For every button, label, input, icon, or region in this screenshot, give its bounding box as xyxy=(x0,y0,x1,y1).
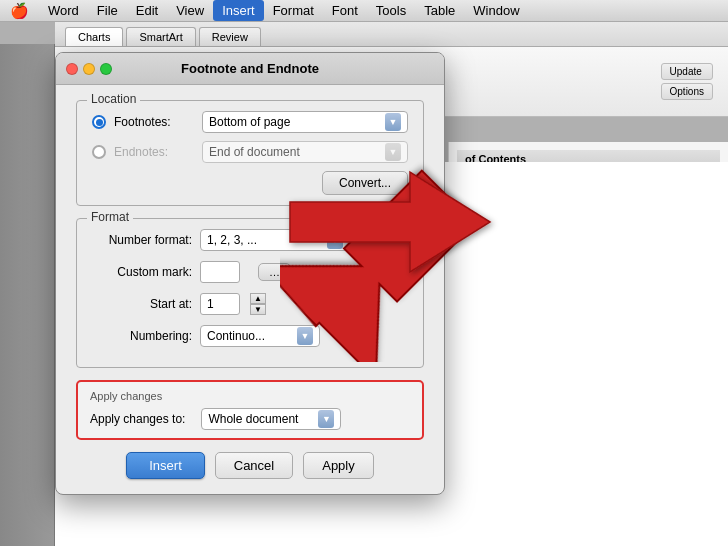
options-button[interactable]: Options xyxy=(661,83,713,100)
menu-tools[interactable]: Tools xyxy=(367,0,415,21)
dialog-title: Footnote and Endnote xyxy=(181,61,319,76)
footnotes-arrow-icon: ▼ xyxy=(385,113,401,131)
tab-smartart[interactable]: SmartArt xyxy=(126,27,195,46)
footnotes-select[interactable]: Bottom of page ▼ xyxy=(202,111,408,133)
menu-insert[interactable]: Insert xyxy=(213,0,264,21)
number-format-row: Number format: 1, 2, 3, ... ▼ xyxy=(92,229,408,251)
number-format-arrow-icon: ▼ xyxy=(327,231,343,249)
footnotes-select-value: Bottom of page xyxy=(209,115,290,129)
tab-charts[interactable]: Charts xyxy=(65,27,123,46)
numbering-arrow-icon: ▼ xyxy=(297,327,313,345)
update-button[interactable]: Update xyxy=(661,63,713,80)
numbering-row: Numbering: Continuo... ▼ xyxy=(92,325,408,347)
document-background: Charts SmartArt Review 124% Update Optio… xyxy=(0,22,728,546)
format-label: Format xyxy=(87,210,133,224)
menu-table[interactable]: Table xyxy=(415,0,464,21)
menu-view[interactable]: View xyxy=(167,0,213,21)
number-format-value: 1, 2, 3, ... xyxy=(207,233,257,247)
footnotes-row: Footnotes: Bottom of page ▼ xyxy=(92,111,408,133)
footnote-endnote-dialog: Footnote and Endnote Location Footnotes:… xyxy=(55,52,445,495)
dialog-body: Location Footnotes: Bottom of page ▼ End… xyxy=(56,85,444,494)
apply-changes-to-value: Whole document xyxy=(208,412,298,426)
custom-mark-button[interactable]: … xyxy=(258,263,291,281)
menu-format[interactable]: Format xyxy=(264,0,323,21)
custom-mark-row: Custom mark: … xyxy=(92,261,408,283)
format-section: Format Number format: 1, 2, 3, ... ▼ Cus… xyxy=(76,218,424,368)
maximize-button[interactable] xyxy=(100,63,112,75)
spin-up-button[interactable]: ▲ xyxy=(250,293,266,304)
apply-changes-to-row: Apply changes to: Whole document ▼ xyxy=(90,408,410,430)
endnotes-radio[interactable] xyxy=(92,145,106,159)
start-at-spinner: ▲ ▼ xyxy=(250,293,266,315)
location-section: Location Footnotes: Bottom of page ▼ End… xyxy=(76,100,424,206)
apply-changes-to-select[interactable]: Whole document ▼ xyxy=(201,408,341,430)
menu-font[interactable]: Font xyxy=(323,0,367,21)
minimize-button[interactable] xyxy=(83,63,95,75)
apple-menu[interactable]: 🍎 xyxy=(0,2,39,20)
menu-word[interactable]: Word xyxy=(39,0,88,21)
endnotes-select[interactable]: End of document ▼ xyxy=(202,141,408,163)
watermark: www.bimeiz.com xyxy=(636,529,718,541)
footnotes-radio[interactable] xyxy=(92,115,106,129)
cancel-button[interactable]: Cancel xyxy=(215,452,293,479)
menu-file[interactable]: File xyxy=(88,0,127,21)
apply-changes-section: Apply changes Apply changes to: Whole do… xyxy=(76,380,424,440)
apply-changes-to-label: Apply changes to: xyxy=(90,412,185,426)
custom-mark-input[interactable] xyxy=(200,261,240,283)
number-format-select[interactable]: 1, 2, 3, ... ▼ xyxy=(200,229,350,251)
close-button[interactable] xyxy=(66,63,78,75)
numbering-select[interactable]: Continuo... ▼ xyxy=(200,325,320,347)
location-label: Location xyxy=(87,92,140,106)
menu-edit[interactable]: Edit xyxy=(127,0,167,21)
numbering-label: Numbering: xyxy=(92,329,192,343)
insert-button[interactable]: Insert xyxy=(126,452,205,479)
endnotes-row: Endnotes: End of document ▼ xyxy=(92,141,408,163)
start-at-row: Start at: ▲ ▼ xyxy=(92,293,408,315)
convert-button[interactable]: Convert... xyxy=(322,171,408,195)
menu-window[interactable]: Window xyxy=(464,0,528,21)
menu-bar: 🍎 Word File Edit View Insert Format Font… xyxy=(0,0,728,22)
apply-changes-arrow-icon: ▼ xyxy=(318,410,334,428)
sidebar xyxy=(0,44,55,546)
toolbar-tabs: Charts SmartArt Review xyxy=(55,22,728,47)
apply-changes-label: Apply changes xyxy=(90,390,410,402)
apply-button[interactable]: Apply xyxy=(303,452,374,479)
start-at-label: Start at: xyxy=(92,297,192,311)
toc-toolbar: Update Options xyxy=(661,63,713,100)
number-format-label: Number format: xyxy=(92,233,192,247)
endnotes-arrow-icon: ▼ xyxy=(385,143,401,161)
dialog-buttons: Insert Cancel Apply xyxy=(76,452,424,479)
numbering-value: Continuo... xyxy=(207,329,265,343)
endnotes-select-value: End of document xyxy=(209,145,300,159)
start-at-input[interactable] xyxy=(200,293,240,315)
footnotes-label: Footnotes: xyxy=(114,115,194,129)
dialog-titlebar: Footnote and Endnote xyxy=(56,53,444,85)
endnotes-label: Endnotes: xyxy=(114,145,194,159)
tab-review[interactable]: Review xyxy=(199,27,261,46)
traffic-lights xyxy=(66,63,112,75)
custom-mark-label: Custom mark: xyxy=(92,265,192,279)
spin-down-button[interactable]: ▼ xyxy=(250,304,266,315)
